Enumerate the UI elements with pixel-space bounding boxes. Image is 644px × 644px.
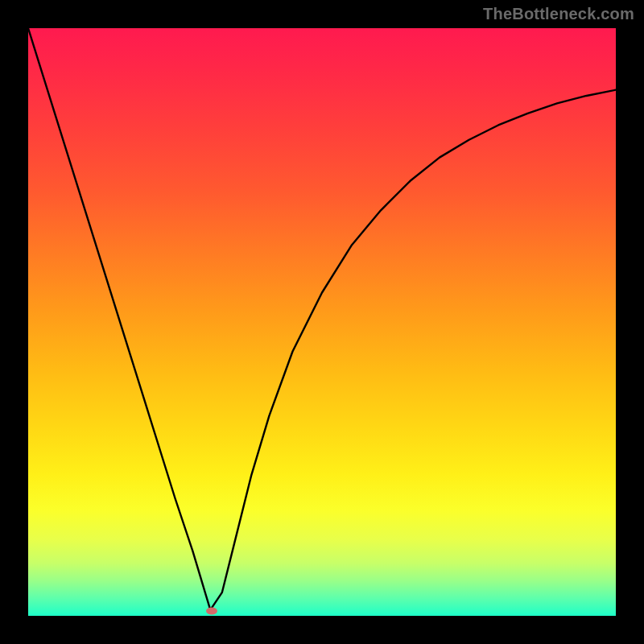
chart-frame: TheBottleneck.com: [0, 0, 644, 644]
optimal-marker-icon: [206, 608, 217, 615]
watermark-text: TheBottleneck.com: [483, 5, 634, 23]
plot-area: [28, 28, 616, 616]
bottleneck-curve: [28, 28, 616, 616]
